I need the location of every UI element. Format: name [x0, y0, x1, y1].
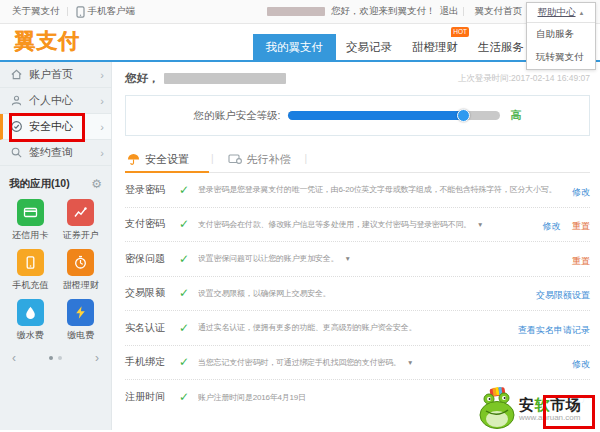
reset-link[interactable]: 重置: [572, 256, 590, 266]
tab-my-bestpay[interactable]: 我的翼支付: [253, 34, 337, 60]
sidebar-item-label: 签约查询: [29, 145, 100, 160]
my-apps-grid: 还信用卡 证券开户 手机充值: [0, 191, 111, 342]
row-security-question: 密保问题 ✓ 设置密保问题可以让您的账户更加安全。 ▼ 重置: [125, 242, 590, 277]
bestpay-security-center-page: 关于翼支付 手机客户端 您好，欢迎来到翼支付！ 退出 翼支付首页 帮助中心 ▲ …: [0, 0, 600, 432]
modify-link[interactable]: 修改: [572, 187, 590, 197]
row-label: 登录密码: [125, 183, 179, 197]
hot-badge: HOT: [451, 27, 469, 37]
app-label: 手机充值: [12, 279, 48, 292]
row-label: 注册时间: [125, 390, 179, 404]
app-pay-electricity-bill[interactable]: 缴电费: [57, 299, 106, 342]
apps-carousel-controls: ‹ ›: [0, 351, 111, 365]
carousel-next-button[interactable]: ›: [95, 351, 99, 365]
row-description: 登录密码是您登录翼支付的唯一凭证，由6-20位英文字母或数字组成，不能包含特殊字…: [198, 184, 556, 195]
row-description: 通过实名认证，便拥有更多的功能、更高级别的账户资金安全。: [198, 322, 416, 333]
carousel-dot-active[interactable]: [49, 356, 53, 360]
about-bestpay-link[interactable]: 关于翼支付: [12, 5, 60, 18]
modify-link[interactable]: 修改: [572, 359, 590, 369]
menu-item-play-bestpay[interactable]: 玩转翼支付: [527, 46, 595, 69]
sidebar: 账户首页 › 个人中心 › 安全中心 › 签约: [0, 62, 112, 430]
app-securities-account[interactable]: 证券开户: [57, 199, 106, 242]
tab-security-settings[interactable]: 安全设置: [125, 147, 209, 173]
greeting-row: 您好， 上次登录时间:2017-02-14 16:49:07: [125, 71, 590, 86]
transaction-limit-settings-link[interactable]: 交易限额设置: [536, 290, 590, 300]
row-phone-binding: 手机绑定 ✓ 当您忘记支付密码时，可通过绑定手机找回您的支付密码。 ▼ 修改: [125, 346, 590, 381]
tab-life-services[interactable]: 生活服务: [468, 34, 534, 60]
content: 账户首页 › 个人中心 › 安全中心 › 签约: [0, 62, 600, 430]
sidebar-item-account-home[interactable]: 账户首页 ›: [0, 62, 111, 88]
security-level-value: 高: [510, 108, 521, 123]
reset-link[interactable]: 重置: [572, 221, 590, 231]
sidebar-item-security-center[interactable]: 安全中心 ›: [0, 114, 111, 140]
tab-label: 先行补偿: [247, 152, 291, 167]
row-description: 设置密保问题可以让您的账户更加安全。: [198, 253, 338, 264]
view-real-name-application-link[interactable]: 查看实名申请记录: [518, 325, 590, 335]
logout-link[interactable]: 退出: [440, 5, 459, 18]
security-level-bar: [288, 111, 500, 120]
app-label: 甜橙理财: [63, 279, 99, 292]
divider: |: [211, 153, 214, 164]
menu-item-self-service[interactable]: 自助服务: [527, 23, 595, 46]
row-label: 实名认证: [125, 321, 179, 335]
umbrella-icon: [127, 153, 140, 166]
app-pay-water-bill[interactable]: 缴水费: [6, 299, 55, 342]
phone-icon: [17, 249, 44, 276]
header: 翼支付 我的翼支付 交易记录 甜橙理财 HOT 生活服务 交费助手: [0, 24, 600, 62]
chevron-down-icon[interactable]: ▼: [344, 255, 350, 262]
redacted-account-name: [164, 73, 286, 84]
shield-check-icon: [10, 120, 23, 133]
lightning-icon: [67, 299, 94, 326]
security-level-box: 您的账户安全等级: 高: [125, 95, 590, 136]
water-drop-icon: [17, 299, 44, 326]
my-apps-title: 我的应用(10): [9, 177, 70, 191]
row-login-password: 登录密码 ✓ 登录密码是您登录翼支付的唯一凭证，由6-20位英文字母或数字组成，…: [125, 173, 590, 208]
user-icon: [10, 94, 23, 107]
chevron-right-icon: ›: [100, 95, 104, 107]
app-label: 缴水费: [17, 329, 44, 342]
sidebar-item-label: 安全中心: [29, 119, 100, 134]
app-orange-finance[interactable]: 甜橙理财: [57, 249, 106, 292]
welcome-text: 您好，欢迎来到翼支付！: [331, 5, 436, 18]
row-payment-password: 支付密码 ✓ 支付密码会在付款、修改账户信息等多处使用，建议支付密码与登录密码不…: [125, 208, 590, 243]
app-label: 证券开户: [63, 229, 99, 242]
anruan-watermark: 安软市场 www.anruan.com: [476, 386, 598, 431]
modify-link[interactable]: 修改: [543, 221, 561, 231]
carousel-dot[interactable]: [58, 356, 62, 360]
chevron-down-icon[interactable]: ▼: [407, 359, 413, 366]
redacted-username: [267, 7, 325, 16]
security-level-fill: [288, 111, 464, 120]
carousel-prev-button[interactable]: ‹: [12, 351, 16, 365]
sidebar-item-personal-center[interactable]: 个人中心 ›: [0, 88, 111, 114]
mobile-phone-icon: [76, 6, 85, 18]
bestpay-logo: 翼支付: [14, 27, 80, 55]
caret-up-icon: ▲: [579, 10, 585, 16]
credit-card-icon: [17, 199, 44, 226]
app-label: 还信用卡: [12, 229, 48, 242]
bestpay-home-link[interactable]: 翼支付首页: [475, 5, 523, 18]
tab-orange-finance[interactable]: 甜橙理财 HOT: [402, 34, 468, 60]
anruan-market-logo-text: 安软市场: [519, 396, 581, 413]
check-icon: ✓: [179, 286, 189, 300]
tab-advance-compensation[interactable]: 先行补偿: [216, 146, 303, 172]
row-description: 当您忘记支付密码时，可通过绑定手机找回您的支付密码。: [198, 357, 401, 368]
row-real-name-verification: 实名认证 ✓ 通过实名认证，便拥有更多的功能、更高级别的账户资金安全。 查看实名…: [125, 311, 590, 346]
row-label: 交易限额: [125, 286, 179, 300]
mobile-client-link[interactable]: 手机客户端: [88, 5, 136, 18]
sidebar-item-contract-query[interactable]: 签约查询 ›: [0, 140, 111, 166]
sidebar-item-label: 个人中心: [29, 93, 100, 108]
help-center-toggle[interactable]: 帮助中心 ▲: [527, 3, 595, 23]
row-label: 密保问题: [125, 252, 179, 266]
tab-transaction-history[interactable]: 交易记录: [336, 34, 402, 60]
topbar: 关于翼支付 手机客户端 您好，欢迎来到翼支付！ 退出 翼支付首页: [0, 0, 600, 24]
security-tabs: 安全设置 | 先行补偿 |: [125, 147, 590, 173]
gear-icon[interactable]: ⚙: [91, 177, 102, 191]
app-repay-credit-card[interactable]: 还信用卡: [6, 199, 55, 242]
check-icon: ✓: [179, 252, 189, 266]
sidebar-item-label: 账户首页: [29, 67, 100, 82]
row-label: 支付密码: [125, 217, 179, 231]
app-phone-topup[interactable]: 手机充值: [6, 249, 55, 292]
row-description: 支付密码会在付款、修改账户信息等多处使用，建议支付密码与登录密码不同。: [198, 219, 471, 230]
chevron-right-icon: ›: [100, 69, 104, 81]
security-level-label: 您的账户安全等级:: [194, 109, 281, 123]
chevron-down-icon[interactable]: ▼: [477, 221, 483, 228]
